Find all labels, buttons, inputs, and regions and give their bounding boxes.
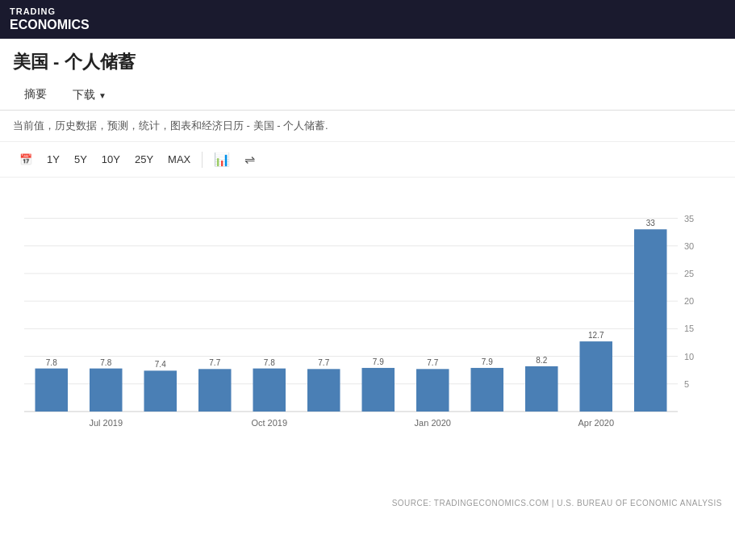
btn-max[interactable]: MAX [161, 150, 197, 169]
tab-summary[interactable]: 摘要 [13, 81, 58, 110]
btn-10y[interactable]: 10Y [95, 150, 127, 169]
svg-text:Jan 2020: Jan 2020 [415, 418, 451, 428]
btn-5y[interactable]: 5Y [68, 150, 94, 169]
svg-text:7.7: 7.7 [209, 359, 220, 368]
svg-rect-37 [634, 230, 667, 412]
svg-rect-27 [362, 368, 395, 412]
svg-text:7.7: 7.7 [318, 359, 329, 368]
svg-rect-23 [253, 369, 286, 412]
chart-area: 51015202530357.87.87.47.77.87.77.97.77.9… [0, 178, 735, 495]
header: TRADING ECONOMICS [0, 0, 735, 39]
tab-bar: 摘要 下载 ▼ [0, 81, 735, 111]
svg-text:Oct 2019: Oct 2019 [251, 418, 287, 428]
svg-text:7.7: 7.7 [427, 359, 438, 368]
logo-economics: ECONOMICS [10, 17, 90, 32]
svg-rect-15 [35, 369, 69, 412]
btn-1y[interactable]: 1Y [40, 150, 66, 169]
svg-rect-29 [416, 370, 449, 412]
svg-rect-19 [144, 371, 177, 412]
divider [202, 152, 203, 168]
chart-svg: 51015202530357.87.87.47.77.87.77.97.77.9… [8, 186, 718, 460]
svg-text:35: 35 [684, 214, 694, 224]
btn-25y[interactable]: 25Y [128, 150, 160, 169]
svg-text:20: 20 [684, 297, 694, 307]
page-description: 当前值，历史数据，预测，统计，图表和经济日历 - 美国 - 个人储蓄. [0, 111, 735, 142]
chart-controls: 📅 1Y 5Y 10Y 25Y MAX 📊 ⇌ [0, 142, 735, 178]
page-title: 美国 - 个人储蓄 [0, 39, 735, 81]
svg-text:7.8: 7.8 [100, 358, 111, 367]
svg-rect-33 [525, 366, 558, 412]
svg-text:7.4: 7.4 [155, 361, 166, 370]
source-text: SOURCE: TRADINGECONOMICS.COM | U.S. BURE… [0, 495, 735, 514]
svg-rect-35 [580, 341, 613, 412]
svg-text:12.7: 12.7 [588, 331, 604, 340]
svg-text:7.8: 7.8 [264, 358, 275, 367]
svg-text:15: 15 [684, 324, 694, 334]
svg-text:7.9: 7.9 [373, 357, 384, 366]
svg-text:30: 30 [684, 241, 694, 251]
svg-rect-25 [307, 370, 340, 412]
download-label: 下载 [73, 88, 95, 102]
bar-chart-icon[interactable]: 📊 [207, 148, 236, 170]
svg-text:Jul 2019: Jul 2019 [89, 418, 123, 428]
svg-text:5: 5 [684, 379, 689, 389]
download-button[interactable]: 下载 ▼ [61, 81, 118, 109]
logo-trading: TRADING [10, 6, 90, 17]
svg-rect-17 [90, 369, 123, 412]
svg-rect-31 [471, 368, 504, 412]
svg-text:10: 10 [684, 352, 694, 361]
svg-text:25: 25 [684, 269, 694, 278]
svg-text:8.2: 8.2 [536, 356, 547, 365]
svg-text:Apr 2020: Apr 2020 [578, 418, 614, 428]
svg-text:7.8: 7.8 [46, 358, 57, 367]
svg-rect-21 [198, 370, 232, 412]
svg-text:7.9: 7.9 [482, 357, 493, 366]
calendar-icon[interactable]: 📅 [13, 150, 39, 169]
chevron-down-icon: ▼ [98, 91, 106, 100]
svg-text:33: 33 [646, 219, 656, 228]
logo: TRADING ECONOMICS [10, 6, 90, 32]
shuffle-icon[interactable]: ⇌ [238, 148, 261, 170]
